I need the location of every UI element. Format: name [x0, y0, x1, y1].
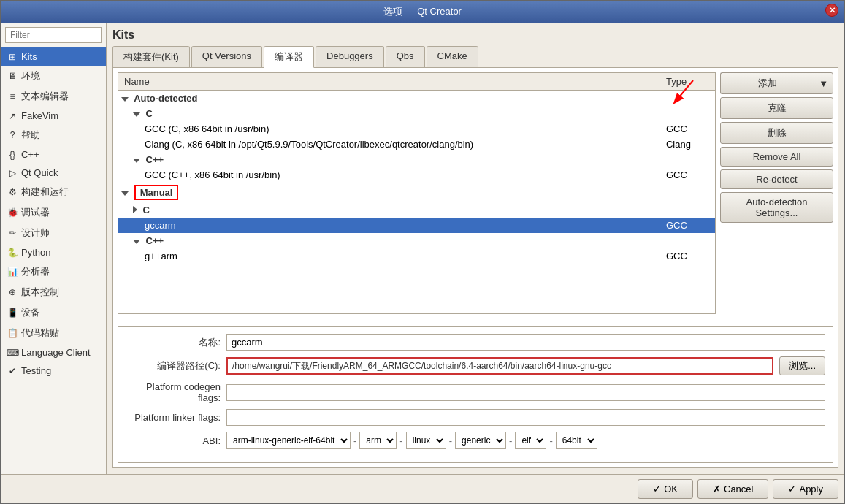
designer-icon: ✏: [7, 227, 18, 239]
table-row[interactable]: C: [118, 202, 715, 218]
sidebar-item-build-run[interactable]: ⚙ 构建和运行: [1, 182, 106, 202]
browse-button[interactable]: 浏览...: [779, 356, 825, 375]
expand-icon: [133, 159, 140, 163]
main-window: 选项 — Qt Creator ✕ ⊞ Kits 🖥 环境 ≡ 文本编辑器 ↗ …: [0, 0, 845, 504]
sidebar-item-testing[interactable]: ✔ Testing: [1, 362, 106, 380]
ok-button[interactable]: ✓ OK: [638, 479, 693, 499]
sidebar-item-devices[interactable]: 📱 设备: [1, 302, 106, 323]
tab-compilers[interactable]: 编译器: [264, 46, 314, 68]
col-type: Type: [660, 73, 715, 91]
table-row[interactable]: Clang (C, x86 64bit in /opt/Qt5.9.9/Tool…: [118, 137, 715, 152]
compiler-table: Name Type: [118, 73, 715, 313]
sidebar-item-python[interactable]: 🐍 Python: [1, 243, 106, 261]
tab-qbs[interactable]: Qbs: [386, 46, 425, 67]
qt-quick-icon: ▷: [7, 167, 18, 179]
table-row[interactable]: C: [118, 106, 715, 121]
sidebar-label-build-run: 构建和运行: [21, 186, 69, 199]
sidebar-item-qt-quick[interactable]: ▷ Qt Quick: [1, 164, 106, 182]
close-button[interactable]: ✕: [825, 4, 838, 17]
re-detect-button[interactable]: Re-detect: [720, 169, 833, 189]
cancel-icon: ✗: [713, 484, 721, 495]
add-dropdown-button[interactable]: ▼: [814, 72, 833, 94]
debugger-icon: 🐞: [7, 207, 18, 218]
table-row[interactable]: gccarm GCC: [118, 218, 715, 233]
sidebar-label-code-pasting: 代码粘贴: [21, 327, 59, 340]
testing-icon: ✔: [7, 365, 18, 377]
tab-kits[interactable]: 构建套件(Kit): [112, 46, 190, 67]
codegen-input[interactable]: [226, 384, 825, 401]
abi-select-sub[interactable]: generic: [455, 432, 506, 449]
cpp-icon: {}: [7, 149, 18, 161]
tab-cmake[interactable]: CMake: [427, 46, 478, 67]
sidebar-item-env[interactable]: 🖥 环境: [1, 66, 106, 86]
table-row[interactable]: C++: [118, 152, 715, 167]
text-editor-icon: ≡: [7, 91, 18, 102]
table-row[interactable]: GCC (C++, x86 64bit in /usr/bin) GCC: [118, 167, 715, 183]
path-label: 编译器路径(C):: [126, 359, 221, 373]
abi-select-arch[interactable]: arm: [359, 432, 397, 449]
name-row: 名称:: [126, 334, 825, 351]
sidebar-item-debugger[interactable]: 🐞 调试器: [1, 202, 106, 223]
code-pasting-icon: 📋: [7, 327, 18, 339]
tab-qt-versions[interactable]: Qt Versions: [191, 46, 262, 67]
compiler-panel: Name Type: [118, 72, 716, 314]
abi-select-bits[interactable]: 64bit: [556, 432, 597, 449]
sidebar-item-vcs[interactable]: ⊕ 版本控制: [1, 282, 106, 302]
name-input[interactable]: [226, 334, 825, 351]
window-title: 选项 — Qt Creator: [383, 5, 462, 18]
sidebar-item-kits[interactable]: ⊞ Kits: [1, 47, 106, 66]
sidebar-item-cpp[interactable]: {} C++: [1, 145, 106, 164]
remove-all-button[interactable]: Remove All: [720, 147, 833, 167]
apply-button[interactable]: ✓ Apply: [773, 479, 838, 499]
name-label: 名称:: [126, 336, 221, 349]
page-title: Kits: [112, 28, 838, 42]
sidebar-label-qt-quick: Qt Quick: [21, 167, 58, 178]
sidebar-item-text-editor[interactable]: ≡ 文本编辑器: [1, 86, 106, 107]
abi-row: ABI: arm-linux-generic-elf-64bit - arm -: [126, 432, 825, 449]
content-area: ⊞ Kits 🖥 环境 ≡ 文本编辑器 ↗ FakeVim ? 帮助 {} C+…: [1, 23, 844, 474]
sidebar-item-language-client[interactable]: ⌨ Language Client: [1, 343, 106, 362]
filter-input[interactable]: [5, 27, 102, 43]
table-row[interactable]: GCC (C, x86 64bit in /usr/bin) GCC: [118, 121, 715, 137]
sidebar-item-fakevim[interactable]: ↗ FakeVim: [1, 107, 106, 125]
sidebar-label-python: Python: [21, 247, 50, 258]
linker-input[interactable]: [226, 409, 825, 426]
fakevim-icon: ↗: [7, 110, 18, 122]
table-row[interactable]: Manual: [118, 183, 715, 202]
titlebar: 选项 — Qt Creator ✕: [1, 1, 844, 23]
add-button[interactable]: 添加: [720, 72, 814, 94]
cancel-button[interactable]: ✗ Cancel: [697, 479, 768, 499]
sidebar-item-analyzer[interactable]: 📊 分析器: [1, 261, 106, 282]
abi-select-main[interactable]: arm-linux-generic-elf-64bit: [226, 432, 351, 449]
help-icon: ?: [7, 129, 18, 141]
sidebar-label-vcs: 版本控制: [21, 286, 59, 299]
tab-content-compilers: Name Type: [112, 68, 838, 468]
vcs-icon: ⊕: [7, 286, 18, 298]
path-input[interactable]: [226, 357, 773, 375]
table-row[interactable]: Auto-detected: [118, 91, 715, 107]
linker-row: Platform linker flags:: [126, 409, 825, 426]
table-row[interactable]: C++: [118, 233, 715, 248]
abi-label: ABI:: [126, 435, 221, 446]
linker-label: Platform linker flags:: [126, 412, 221, 423]
python-icon: 🐍: [7, 247, 18, 259]
sidebar-item-code-pasting[interactable]: 📋 代码粘贴: [1, 323, 106, 343]
abi-select-os[interactable]: linux: [406, 432, 446, 449]
path-row: 编译器路径(C): 浏览...: [126, 356, 825, 375]
table-row[interactable]: g++arm GCC: [118, 248, 715, 264]
analyzer-icon: 📊: [7, 266, 18, 278]
sidebar: ⊞ Kits 🖥 环境 ≡ 文本编辑器 ↗ FakeVim ? 帮助 {} C+…: [1, 23, 107, 474]
sidebar-label-kits: Kits: [21, 51, 37, 62]
abi-select-format[interactable]: elf: [515, 432, 546, 449]
tab-debuggers[interactable]: Debuggers: [316, 46, 384, 67]
sidebar-item-designer[interactable]: ✏ 设计师: [1, 223, 106, 243]
expand-icon: [133, 206, 137, 213]
sidebar-label-cpp: C++: [21, 149, 39, 160]
auto-detect-settings-button[interactable]: Auto-detection Settings...: [720, 192, 833, 223]
expand-icon: [121, 191, 129, 196]
kits-icon: ⊞: [7, 51, 18, 63]
sidebar-label-testing: Testing: [21, 365, 51, 376]
sidebar-item-help[interactable]: ? 帮助: [1, 125, 106, 145]
clone-button[interactable]: 克隆: [720, 97, 833, 119]
delete-button[interactable]: 删除: [720, 122, 833, 144]
